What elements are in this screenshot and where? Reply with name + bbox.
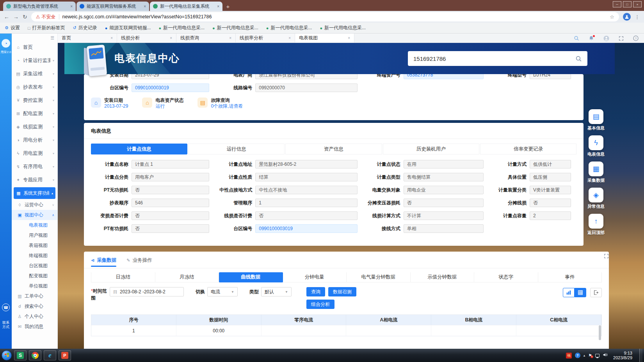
reload-button[interactable]: ↻ [23, 14, 27, 20]
maximize-button[interactable]: □ [623, 1, 632, 7]
tab-close-icon[interactable]: × [144, 4, 146, 9]
sidebar-item[interactable]: ✦ 专题应用 ▾ [12, 173, 57, 186]
browser-tab[interactable]: 能源互联网营销服务系统 × [76, 2, 149, 11]
combine-analysis-button[interactable]: 组合分析 [306, 300, 334, 309]
section-nav-icon[interactable]: ϟ [589, 135, 603, 150]
badge-value[interactable]: 0个故障,请查看 [211, 103, 243, 109]
sidebar-item[interactable]: ☌ 搜索中心 [12, 301, 57, 311]
sidebar-subitem[interactable]: 用户视图 [12, 230, 57, 240]
close-button[interactable]: × [633, 1, 642, 7]
browser-tab[interactable]: 新一代用电信息采集系统 × [150, 2, 222, 11]
back-button[interactable]: ← [4, 14, 9, 20]
subtab[interactable]: 月冻结 [155, 272, 219, 282]
sidebar-item[interactable]: ▤ 采集运维 ▾ [12, 67, 57, 80]
help-icon[interactable]: ? [633, 35, 639, 41]
tab[interactable]: 历史装机用户 [383, 144, 479, 154]
field-value[interactable]: 0992000070 [255, 83, 357, 92]
subtab[interactable]: 状态字 [474, 272, 538, 282]
browser-tab[interactable]: 新型电力负荷管理系统 × [3, 2, 76, 11]
tab-close-icon[interactable]: × [229, 36, 231, 40]
minimize-button[interactable]: ─ [613, 1, 621, 7]
bookmark-star-icon[interactable]: ☆ [610, 14, 614, 20]
table-view-button[interactable] [575, 288, 586, 297]
search-icon[interactable] [575, 55, 582, 62]
section-nav-icon[interactable]: ↑ [589, 214, 603, 229]
bookmark-item[interactable]: ● 新一代用电信息采... [320, 25, 366, 31]
section-nav-item[interactable]: ◈ 异常信息 [587, 188, 605, 209]
search-icon[interactable] [574, 35, 579, 41]
data-recall-button[interactable]: 数据召测 [328, 287, 356, 296]
sidebar-item[interactable]: ◎ 抄表发布 ▾ [12, 80, 57, 94]
subtab[interactable]: 分钟电量 [283, 272, 347, 282]
wps-icon[interactable]: S [14, 350, 27, 360]
user-avatar-icon[interactable] [603, 35, 609, 41]
taskbar-clock[interactable]: 9:13 2023/8/29 [613, 351, 632, 360]
field-value[interactable]: 0990100003019 [132, 83, 209, 92]
section-nav-item[interactable]: ↑ 返回顶部 [587, 214, 605, 236]
subtab[interactable]: 电气量分钟数据 [347, 272, 411, 282]
bookmark-item[interactable]: ↺ 历史记录 [73, 25, 97, 31]
subtab[interactable]: 事件 [538, 272, 602, 282]
tab-close-icon[interactable]: × [217, 4, 219, 9]
sidebar-subitem[interactable]: 电表视图 [12, 220, 57, 230]
ie-icon[interactable]: e [44, 350, 56, 360]
workspace-tab[interactable]: 线损率分析 × [236, 34, 295, 43]
sidebar-subitem[interactable]: 配变视图 [12, 271, 57, 281]
badge-value[interactable]: 2013-07-29 [104, 103, 128, 109]
fullscreen-icon[interactable] [619, 36, 624, 41]
input-method-icon[interactable]: 福 [566, 353, 572, 358]
switch-select[interactable]: 电流 ▼ [207, 287, 238, 296]
sidebar-subitem[interactable]: 台区视图 [12, 261, 57, 271]
subtab[interactable]: 示值分钟数据 [411, 272, 475, 282]
bookmark-item[interactable]: ⚙ 设置 [5, 25, 20, 31]
tab[interactable]: 资产信息 [285, 144, 382, 154]
tab-close-icon[interactable]: × [348, 36, 350, 40]
brand-logo-icon[interactable]: ◔ [2, 39, 10, 48]
tab[interactable]: 运行信息 [188, 144, 285, 154]
section-nav-icon[interactable]: ▦ [589, 161, 603, 176]
bookmark-item[interactable]: ● 能源互联网营销服... [105, 25, 151, 31]
expand-icon[interactable] [604, 253, 609, 260]
table-scrollbar[interactable] [599, 325, 601, 340]
bookmark-item[interactable]: ● 新一代用电信息采... [158, 25, 205, 31]
export-icon[interactable] [590, 288, 602, 297]
tab[interactable]: 倍率变更记录 [480, 144, 576, 154]
sidebar-item-system-support[interactable]: ▦ 系统支撑功能 ▴ [14, 187, 55, 199]
section-nav-item[interactable]: ▦ 采集数据 [587, 161, 605, 183]
sidebar-item[interactable]: ▥ 工单中心 [12, 291, 57, 301]
wps-presentation-icon[interactable]: P [59, 350, 71, 360]
sidebar-item[interactable]: ϟ 用电监测 ▾ [12, 147, 57, 160]
tab-close-icon[interactable]: × [288, 36, 291, 40]
tab-close-icon[interactable]: × [170, 36, 172, 40]
workspace-tab[interactable]: 首页 × [58, 34, 117, 43]
tab[interactable]: ✎ 业务操作 [126, 257, 152, 264]
subtab[interactable]: 日冻结 [91, 272, 155, 282]
action-center-flag-icon[interactable]: ⚑× [588, 353, 592, 358]
workspace-tab[interactable]: 线损查询 × [176, 34, 236, 43]
section-nav-icon[interactable]: ◈ [589, 188, 603, 202]
sidebar-item[interactable]: ◑ 用电分析 ▾ [12, 133, 57, 147]
date-range-input[interactable]: 目 2023-08-2 -2023-08-2 [110, 287, 184, 296]
tab-close-icon[interactable]: × [110, 36, 113, 40]
show-hidden-icons[interactable]: ▴ [584, 353, 585, 357]
workspace-tab[interactable]: 电表视图 × [295, 34, 354, 43]
sidebar-item[interactable]: ↯ 有序用电 ▾ [12, 160, 57, 173]
bookmark-item[interactable]: ● 新一代用电信息采... [266, 25, 312, 31]
tab[interactable]: 计量点信息 [91, 144, 187, 154]
tab-close-icon[interactable]: × [70, 4, 73, 9]
sidebar-subitem[interactable]: 单位视图 [12, 281, 57, 291]
start-button[interactable] [2, 350, 12, 360]
bookmark-item[interactable]: □ 打开新的标签页 [28, 25, 65, 31]
profile-avatar[interactable] [623, 13, 631, 21]
sidebar-item[interactable]: ⌂ 首页 [12, 41, 57, 54]
type-select[interactable]: 默认 ▼ [261, 287, 292, 296]
url-box[interactable]: ⚠ 不安全 neweic.js.sgcc.com.cn/#/amteview/m… [31, 12, 619, 21]
forward-button[interactable]: → [13, 14, 19, 20]
network-icon[interactable] [595, 354, 600, 357]
section-nav-icon[interactable]: ▤ [589, 109, 603, 124]
sidebar-group-item[interactable]: ◊ 运营中心 ∨ [12, 200, 57, 210]
sidebar-item[interactable]: ¥ 费控监测 ▾ [12, 94, 57, 107]
volume-icon[interactable] [603, 352, 608, 359]
help-tray-icon[interactable]: ? [575, 353, 580, 358]
show-desktop-button[interactable] [639, 349, 642, 362]
